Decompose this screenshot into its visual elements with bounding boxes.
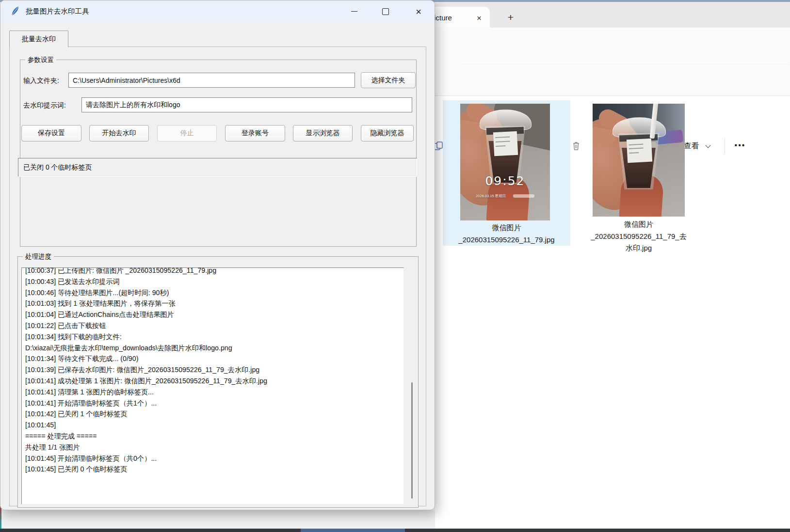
maximize-button[interactable] (374, 0, 397, 22)
log-line: [10:01:39] 已保存去水印图片: 微信图片_20260315095226… (25, 364, 403, 376)
log-line: [10:00:43] 已发送去水印提示词 (25, 276, 403, 287)
progress-group: 处理进度 [10:00:37] 已上传图片: 微信图片 _20260315095… (17, 256, 419, 508)
params-group-label: 参数设置 (25, 56, 56, 64)
log-line: D:\xiazai\无痕批量去水印\temp_downloads\去除图片水印和… (25, 343, 403, 354)
progress-group-label: 处理进度 (23, 252, 54, 261)
log-line: [10:01:22] 已点击下载按钮 (25, 320, 403, 331)
show-browser-button[interactable]: 显示浏览器 (293, 125, 353, 141)
prompt-label: 去水印提示词: (23, 101, 66, 110)
log-line: [10:01:04] 已通过ActionChains点击处理结果图片 (25, 309, 403, 320)
log-line: ===== 处理完成 ===== (25, 431, 403, 442)
minimize-button[interactable] (343, 0, 365, 22)
file-name-line: _20260315095226_11_79.jpg (443, 234, 570, 246)
log-line: 共处理 1/1 张图片 (25, 442, 403, 453)
minimize-icon (351, 11, 357, 12)
log-scrollbar-thumb[interactable] (411, 382, 413, 499)
save-settings-button[interactable]: 保存设置 (21, 125, 81, 141)
background-strip (0, 510, 435, 529)
log-line: [10:01:45] 已关闭 0 个临时标签页 (25, 464, 403, 475)
log-line: [10:01:34] 找到下载的临时文件: (25, 331, 403, 343)
file-name-line: 微信图片 (443, 222, 570, 234)
file-tile-dewatermarked[interactable]: 微信图片 _20260315095226_11_79_去 水印.jpg (584, 100, 720, 258)
log-line: [10:01:41] 开始清理临时标签页（共1个）... (25, 398, 403, 409)
watermark-tool-window: 批量图片去水印工具 × 批量去水印 参数设置 输入文件夹: 选择文件夹 去水印提… (0, 0, 435, 510)
file-name-line: _20260315095226_11_79_去 (584, 231, 693, 243)
status-text: 已关闭 0 个临时标签页 (23, 163, 92, 172)
log-line: [10:00:46] 等待处理结果图片...(超时时间: 90秒) (25, 287, 403, 298)
window-title: 批量图片去水印工具 (26, 7, 89, 16)
input-folder-label: 输入文件夹: (23, 77, 59, 85)
hide-browser-button[interactable]: 隐藏浏览器 (361, 125, 414, 141)
tab-batch-dewatermark[interactable]: 批量去水印 (9, 31, 68, 47)
photo-date-watermark: 2026.03.15 星期日 (460, 194, 550, 199)
input-folder-field[interactable] (68, 73, 355, 88)
params-group: 参数设置 输入文件夹: 选择文件夹 去水印提示词: 保存设置 开始去水印 停止 … (20, 60, 417, 247)
prompt-field[interactable] (81, 97, 412, 112)
photo-thumbnail-original: 09:52 2026.03.15 星期日 (460, 104, 550, 220)
stop-button[interactable]: 停止 (157, 125, 217, 141)
new-tab-icon[interactable]: + (503, 11, 518, 25)
log-line: [10:01:45] (25, 420, 403, 431)
log-line: [10:01:41] 清理第 1 张图片的临时标签页... (25, 387, 403, 398)
close-icon: × (416, 7, 421, 16)
more-options-icon[interactable]: ••• (729, 136, 751, 156)
log-line: [10:01:45] 开始清理临时标签页（共0个）... (25, 453, 403, 464)
log-line: [10:00:37] 已上传图片: 微信图片 _20260315095226_1… (25, 267, 403, 276)
choose-folder-button[interactable]: 选择文件夹 (361, 72, 416, 88)
title-bar[interactable]: 批量图片去水印工具 × (0, 0, 435, 22)
status-box: 已关闭 0 个临时标签页 (18, 158, 417, 177)
login-account-button[interactable]: 登录账号 (225, 125, 285, 141)
toolbar-divider (725, 138, 725, 154)
photo-thumbnail-dewatermarked (593, 104, 685, 217)
file-name-line: 微信图片 (584, 219, 693, 231)
log-line: [10:01:34] 等待文件下载完成... (0/90) (25, 353, 403, 364)
progress-log[interactable]: [10:00:37] 已上传图片: 微信图片 _20260315095226_1… (21, 267, 404, 504)
maximize-icon (382, 8, 389, 15)
tab-close-icon[interactable]: × (473, 13, 485, 24)
log-line: [10:01:41] 成功处理第 1 张图片: 微信图片_20260315095… (25, 376, 403, 387)
start-dewatermark-button[interactable]: 开始去水印 (89, 125, 149, 141)
taskbar-edge (0, 529, 790, 532)
file-name-line: 水印.jpg (584, 242, 693, 254)
close-button[interactable]: × (407, 0, 430, 22)
file-tile-original[interactable]: 09:52 2026.03.15 星期日 微信图片 _2026031509522… (443, 100, 570, 246)
app-icon-feather (10, 6, 21, 16)
photo-time-watermark: 09:52 (460, 174, 550, 188)
log-line: [10:01:42] 已关闭 1 个临时标签页 (25, 408, 403, 420)
log-line: [10:01:03] 找到 1 张处理结果图片，将保存第一张 (25, 298, 403, 309)
